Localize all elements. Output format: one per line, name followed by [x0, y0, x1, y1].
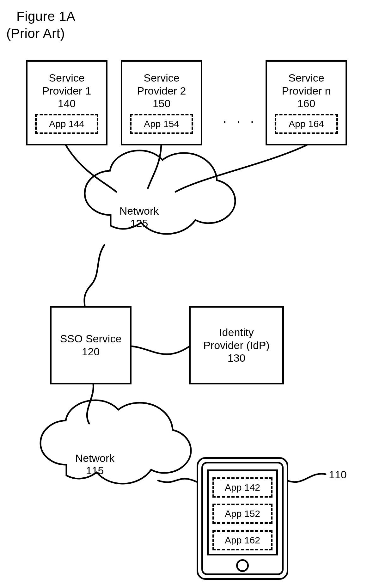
- sso-label: SSO Service120: [60, 332, 122, 358]
- sp2-label: ServiceProvider 2150: [137, 71, 186, 110]
- sp1-app: App 144: [35, 114, 98, 134]
- mobile-device: App 142 App 152 App 162: [197, 457, 288, 580]
- service-provider-2: ServiceProvider 2150 App 154: [121, 60, 202, 145]
- mobile-home-button: [236, 559, 249, 572]
- spn-label: ServiceProvider n160: [282, 71, 331, 110]
- phone-app-162: App 162: [212, 530, 273, 550]
- phone-app-142: App 142: [212, 477, 273, 498]
- idp-label: IdentityProvider (IdP)130: [203, 326, 270, 365]
- figure-title-line1: Figure 1A: [16, 9, 76, 24]
- sp2-app: App 154: [130, 114, 193, 134]
- cloud-125: [85, 150, 235, 234]
- sp1-label: ServiceProvider 1140: [42, 71, 91, 110]
- sso-service: SSO Service120: [50, 306, 132, 384]
- service-provider-n: ServiceProvider n160 App 164: [266, 60, 347, 145]
- spn-app: App 164: [275, 114, 338, 134]
- mobile-device-ref: 110: [329, 469, 347, 481]
- mobile-device-screen: App 142 App 152 App 162: [207, 469, 278, 555]
- service-provider-1: ServiceProvider 1140 App 144: [26, 60, 107, 145]
- phone-app-152: App 152: [212, 504, 273, 524]
- cloud-115: [40, 400, 191, 484]
- ellipsis: . . .: [223, 111, 257, 126]
- figure-title-line2: (Prior Art): [6, 26, 65, 41]
- identity-provider: IdentityProvider (IdP)130: [189, 306, 284, 384]
